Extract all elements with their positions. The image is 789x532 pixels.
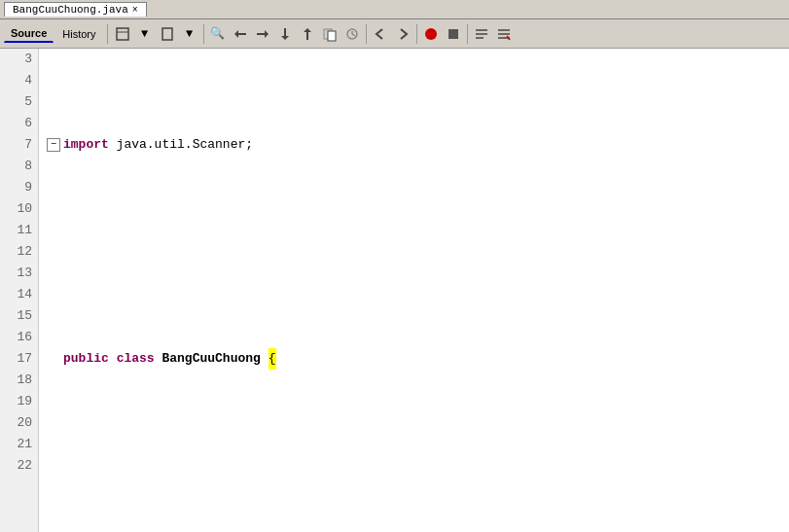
ln-17: 17 <box>0 348 32 370</box>
separator-3 <box>366 24 367 44</box>
ln-3: 3 <box>0 49 32 70</box>
toolbar-icon-2[interactable]: ▼ <box>134 23 156 45</box>
ln-13: 13 <box>0 263 32 284</box>
toolbar-extra-1[interactable] <box>471 23 492 45</box>
ln-20: 20 <box>0 412 32 434</box>
code-line-4 <box>47 241 789 263</box>
toolbar: Source History ▼ ▼ 🔍 <box>0 19 789 49</box>
ln-5: 5 <box>0 91 32 113</box>
ln-14: 14 <box>0 284 32 305</box>
ln-15: 15 <box>0 305 32 327</box>
ln-11: 11 <box>0 220 32 241</box>
code-lines: − import java.util.Scanner; public class… <box>47 49 789 532</box>
ln-19: 19 <box>0 391 32 412</box>
toolbar-icon-6[interactable] <box>252 23 273 45</box>
toolbar-icon-10[interactable] <box>341 23 363 45</box>
ln-7: 7 <box>0 134 32 156</box>
line-numbers: 3 4 5 6 7 8 9 10 11 12 13 14 15 16 17 18… <box>0 49 39 532</box>
ln-21: 21 <box>0 434 32 455</box>
toolbar-back-btn[interactable] <box>370 23 391 45</box>
title-bar: BangCuuChuong.java × <box>0 0 789 19</box>
ln-16: 16 <box>0 327 32 348</box>
separator-1 <box>107 24 108 44</box>
toolbar-zoom-out[interactable]: 🔍 <box>207 23 229 45</box>
svg-point-8 <box>425 28 437 40</box>
separator-5 <box>467 24 468 44</box>
tab-filename: BangCuuChuong.java <box>13 4 128 16</box>
svg-rect-0 <box>117 28 128 40</box>
separator-2 <box>203 24 204 44</box>
code-area: 3 4 5 6 7 8 9 10 11 12 13 14 15 16 17 18… <box>0 49 789 532</box>
toolbar-run-btn[interactable] <box>420 23 442 45</box>
toolbar-icon-5[interactable] <box>230 23 251 45</box>
ln-8: 8 <box>0 156 32 177</box>
file-tab[interactable]: BangCuuChuong.java × <box>4 2 147 17</box>
tab-close-btn[interactable]: × <box>132 5 138 16</box>
toolbar-forward-btn[interactable] <box>392 23 413 45</box>
svg-rect-9 <box>448 29 458 39</box>
toolbar-stop-btn[interactable] <box>443 23 464 45</box>
toolbar-icons: ▼ ▼ 🔍 <box>112 23 515 45</box>
ln-22: 22 <box>0 455 32 477</box>
fold-3[interactable]: − <box>47 138 60 152</box>
history-tab-btn[interactable]: History <box>55 25 102 43</box>
toolbar-icon-4[interactable]: ▼ <box>179 23 200 45</box>
ln-9: 9 <box>0 177 32 198</box>
code-line-3: − import java.util.Scanner; <box>47 134 789 156</box>
toolbar-icon-9[interactable] <box>319 23 341 45</box>
toolbar-icon-7[interactable] <box>274 23 296 45</box>
code-editor[interactable]: − import java.util.Scanner; public class… <box>39 49 789 532</box>
ln-12: 12 <box>0 241 32 263</box>
toolbar-icon-3[interactable] <box>157 23 178 45</box>
ln-6: 6 <box>0 113 32 134</box>
code-line-6 <box>47 455 789 477</box>
ln-18: 18 <box>0 370 32 391</box>
ln-10: 10 <box>0 198 32 220</box>
source-tab-btn[interactable]: Source <box>4 24 54 43</box>
svg-line-7 <box>352 34 355 36</box>
toolbar-extra-2[interactable] <box>493 23 515 45</box>
toolbar-icon-8[interactable] <box>297 23 318 45</box>
toolbar-icon-1[interactable] <box>112 23 133 45</box>
svg-rect-2 <box>162 28 172 40</box>
ln-4: 4 <box>0 70 32 91</box>
svg-rect-4 <box>328 31 336 41</box>
separator-4 <box>416 24 417 44</box>
code-line-5: public class BangCuuChuong { <box>47 348 789 370</box>
